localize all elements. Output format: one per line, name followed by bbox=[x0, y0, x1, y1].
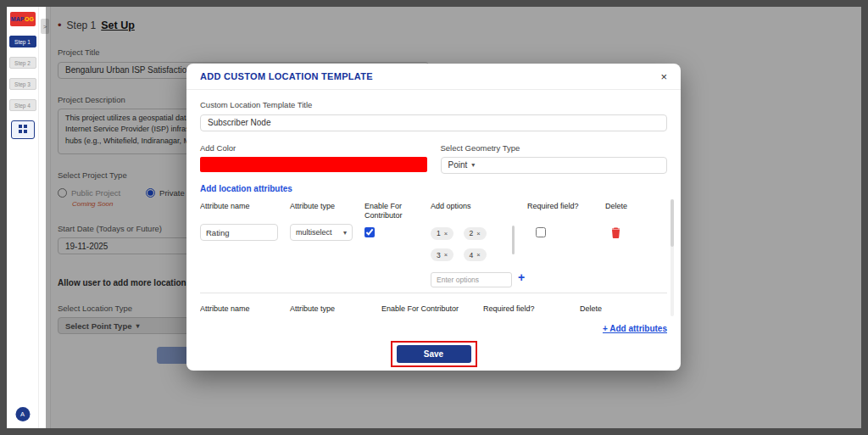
template-title-input[interactable] bbox=[200, 114, 667, 131]
grid-icon bbox=[18, 122, 28, 137]
chevron-down-icon: ▾ bbox=[471, 161, 475, 169]
geometry-type-value: Point bbox=[448, 160, 468, 170]
option-chip: 1× bbox=[431, 227, 453, 240]
enter-options-input[interactable] bbox=[431, 272, 512, 287]
modal-footer: Save bbox=[186, 341, 681, 367]
template-library-button[interactable] bbox=[11, 120, 35, 139]
logo-text-map: MAP bbox=[11, 16, 25, 22]
option-chip-label: 2 bbox=[470, 229, 474, 237]
add-location-attributes-heading: Add location attributes bbox=[200, 184, 667, 193]
required-field-header: Required field? bbox=[483, 298, 568, 314]
close-icon[interactable]: × bbox=[660, 71, 667, 82]
add-option-button[interactable]: + bbox=[518, 270, 525, 284]
row-divider bbox=[200, 293, 667, 293]
sidebar-item-step3[interactable]: Step 3 bbox=[9, 78, 36, 90]
color-geometry-row: Add Color Select Geometry Type Point ▾ bbox=[200, 140, 667, 174]
option-chip: 4× bbox=[464, 248, 487, 261]
add-color-label: Add Color bbox=[200, 143, 427, 153]
attribute-row-2-headers: Attribute name Attribute type Enable For… bbox=[200, 298, 667, 314]
delete-attribute-button[interactable] bbox=[611, 226, 639, 242]
options-column: 1× 2× 3× 4× 5× + bbox=[431, 220, 515, 287]
attributes-list: Attribute name Attribute type Enable For… bbox=[200, 195, 667, 315]
add-options-header: Add options bbox=[431, 195, 515, 211]
modal-body: Custom Location Template Title Add Color… bbox=[186, 90, 681, 315]
trash-icon bbox=[611, 227, 620, 238]
attribute-row-1: multiselect ▾ 1× 2× 3× 4× 5× + bbox=[200, 220, 667, 287]
option-chip-label: 1 bbox=[437, 229, 441, 237]
attribute-type-value: multiselect bbox=[296, 228, 332, 237]
enable-contributor-checkbox[interactable] bbox=[364, 227, 375, 237]
scrollbar-thumb[interactable] bbox=[670, 199, 674, 247]
color-swatch[interactable] bbox=[200, 157, 427, 172]
enter-options-row: + bbox=[431, 270, 515, 287]
delete-header: Delete bbox=[605, 195, 639, 211]
delete-header: Delete bbox=[580, 298, 631, 314]
attr-type-header: Attribute type bbox=[290, 298, 353, 314]
sidebar-item-step2[interactable]: Step 2 bbox=[9, 57, 36, 69]
required-field-checkbox[interactable] bbox=[536, 227, 546, 237]
attr-type-header: Attribute type bbox=[290, 195, 353, 211]
options-chips: 1× 2× 3× 4× 5× bbox=[431, 224, 515, 268]
option-chip-label: 3 bbox=[437, 251, 441, 259]
enable-contributor-header: Enable For Contributor bbox=[364, 298, 471, 314]
attr-name-header: Attribute name bbox=[200, 298, 278, 314]
modal-header: ADD CUSTOM LOCATION TEMPLATE × bbox=[186, 64, 681, 90]
chips-scrollbar[interactable] bbox=[512, 226, 515, 254]
add-color-field: Add Color bbox=[200, 140, 427, 174]
enable-contributor-header: Enable For Contributor bbox=[364, 195, 419, 221]
attribute-row-1-headers: Attribute name Attribute type Enable For… bbox=[200, 195, 667, 221]
annotation-highlight: Save bbox=[391, 341, 477, 367]
save-button[interactable]: Save bbox=[397, 345, 471, 363]
option-chip: 2× bbox=[464, 227, 487, 240]
attribute-name-input[interactable] bbox=[200, 224, 278, 241]
option-chip-label: 4 bbox=[470, 251, 474, 259]
attr-name-header: Attribute name bbox=[200, 195, 278, 211]
modal-title: ADD CUSTOM LOCATION TEMPLATE bbox=[200, 71, 373, 81]
add-attributes-link[interactable]: + Add attributes bbox=[603, 324, 667, 333]
template-title-label: Custom Location Template Title bbox=[200, 100, 667, 109]
geometry-type-select[interactable]: Point ▾ bbox=[441, 157, 668, 174]
required-field-header: Required field? bbox=[527, 195, 593, 211]
chevron-down-icon: ▾ bbox=[343, 229, 347, 237]
mapog-logo: MAPOG bbox=[10, 12, 36, 26]
attributes-scrollbar[interactable] bbox=[670, 199, 674, 316]
remove-option-icon[interactable]: × bbox=[476, 230, 480, 237]
sidebar: MAPOG Step 1 Step 2 Step 3 Step 4 A bbox=[7, 7, 39, 428]
attribute-type-select[interactable]: multiselect ▾ bbox=[290, 224, 353, 241]
remove-option-icon[interactable]: × bbox=[444, 230, 448, 237]
option-chip: 3× bbox=[431, 248, 453, 261]
user-avatar[interactable]: A bbox=[15, 407, 30, 421]
geometry-field: Select Geometry Type Point ▾ bbox=[441, 140, 668, 174]
sidebar-item-step1[interactable]: Step 1 bbox=[9, 36, 36, 47]
geometry-type-label: Select Geometry Type bbox=[441, 143, 668, 153]
logo-text-og: OG bbox=[25, 16, 34, 22]
sidebar-item-step4[interactable]: Step 4 bbox=[9, 99, 36, 111]
remove-option-icon[interactable]: × bbox=[444, 251, 448, 259]
add-custom-location-template-modal: ADD CUSTOM LOCATION TEMPLATE × Custom Lo… bbox=[186, 64, 681, 371]
remove-option-icon[interactable]: × bbox=[476, 251, 480, 259]
